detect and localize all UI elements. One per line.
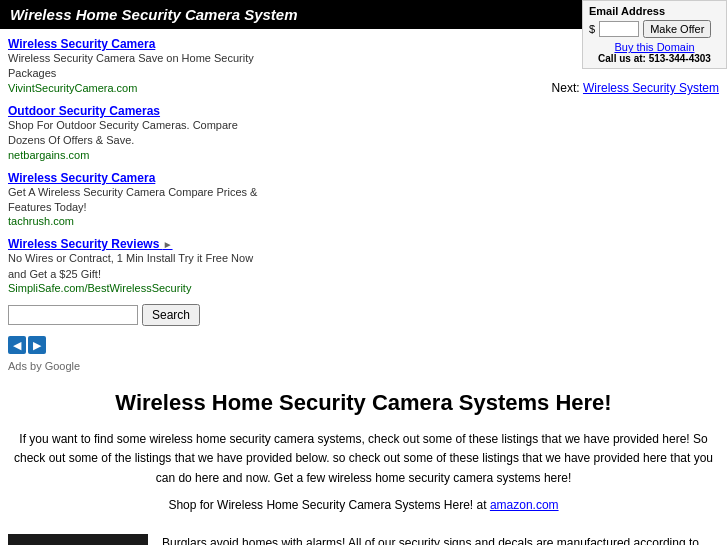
search-input[interactable] xyxy=(8,305,138,325)
next-link-area: Next: Wireless Security System xyxy=(288,81,719,95)
email-address-label: Email Address xyxy=(589,5,720,17)
ad-item-1: Outdoor Security Cameras Shop For Outdoo… xyxy=(8,104,268,161)
dollar-sign: $ xyxy=(589,23,595,35)
header-title: Wireless Home Security Camera System xyxy=(10,6,298,23)
next-page-link[interactable]: Wireless Security System xyxy=(583,81,719,95)
ad-desc-3: No Wires or Contract, 1 Min Install Try … xyxy=(8,251,268,282)
shop-line: Shop for Wireless Home Security Camera S… xyxy=(8,498,719,512)
ad-url-2: tachrush.com xyxy=(8,215,268,227)
amazon-link[interactable]: amazon.com xyxy=(490,498,559,512)
ad-title-1[interactable]: Outdoor Security Cameras xyxy=(8,104,268,118)
ad-title-2[interactable]: Wireless Security Camera xyxy=(8,171,268,185)
ad-desc-1: Shop For Outdoor Security Cameras. Compa… xyxy=(8,118,268,149)
ad-item-3: Wireless Security Reviews ► No Wires or … xyxy=(8,237,268,294)
next-label: Next: xyxy=(552,81,580,95)
bottom-section: PROTECTED WITH PACH™ 24HR PROTECTION ALE… xyxy=(0,534,727,545)
ad-url-3: SimpliSafe.com/BestWirelessSecurity xyxy=(8,282,268,294)
ad-item-0: Wireless Security Camera Wireless Securi… xyxy=(8,37,268,94)
shop-text: Shop for Wireless Home Security Camera S… xyxy=(168,498,486,512)
ad-url-0: VivintSecurityCamera.com xyxy=(8,82,268,94)
ad-item-2: Wireless Security Camera Get A Wireless … xyxy=(8,171,268,228)
protected-box: PROTECTED WITH PACH™ 24HR PROTECTION ALE… xyxy=(8,534,148,545)
search-area: Search xyxy=(8,304,268,326)
ad-desc-0: Wireless Security Camera Save on Home Se… xyxy=(8,51,268,82)
buy-domain-link[interactable]: Buy this Domain xyxy=(589,41,720,53)
main-paragraph: If you want to find some wireless home s… xyxy=(8,430,719,488)
main-heading: Wireless Home Security Camera Systems He… xyxy=(8,390,719,416)
make-offer-button[interactable]: Make Offer xyxy=(643,20,711,38)
burglars-text: Burglars avoid homes with alarms! All of… xyxy=(162,534,719,545)
call-us-text: Call us at: 513-344-4303 xyxy=(589,53,720,64)
content-area: Wireless Home Security Camera Systems He… xyxy=(0,380,727,534)
prev-arrow[interactable]: ◀ xyxy=(8,336,26,354)
ad-url-1: netbargains.com xyxy=(8,149,268,161)
ad-desc-2: Get A Wireless Security Camera Compare P… xyxy=(8,185,268,216)
ads-section: Wireless Security Camera Wireless Securi… xyxy=(8,37,278,372)
price-input[interactable] xyxy=(599,21,639,37)
ad-title-3[interactable]: Wireless Security Reviews ► xyxy=(8,237,268,251)
ads-by-google-label: Ads by Google xyxy=(8,360,268,372)
ad-title-0[interactable]: Wireless Security Camera xyxy=(8,37,268,51)
nav-arrows: ◀ ▶ xyxy=(8,336,268,354)
next-arrow[interactable]: ▶ xyxy=(28,336,46,354)
search-button[interactable]: Search xyxy=(142,304,200,326)
